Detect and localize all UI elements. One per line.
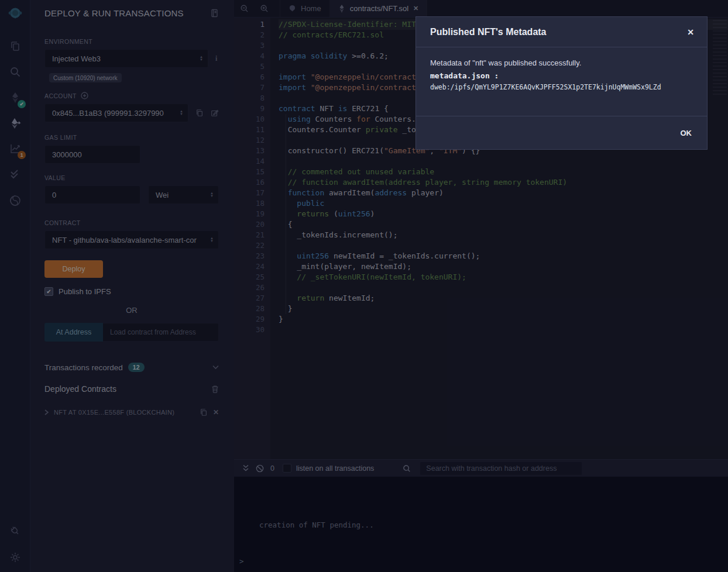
modal-title: Published NFT's Metadata	[430, 27, 547, 37]
modal-message: Metadata of "nft" was published successf…	[430, 58, 693, 67]
ipfs-link: dweb:/ipfs/QmYL9P1Z7KE6AQvKJPFF52SX1p2TE…	[430, 83, 693, 91]
metadata-file-label: metadata.json :	[430, 71, 693, 80]
ok-button[interactable]: OK	[681, 129, 692, 137]
modal-close-icon[interactable]: ✕	[687, 27, 694, 37]
published-metadata-modal: Published NFT's Metadata ✕ Metadata of "…	[415, 16, 708, 150]
remix-ide-window: ✔ 1 DEPLOY & RUN TRANSACTIONS ENV	[0, 0, 728, 572]
